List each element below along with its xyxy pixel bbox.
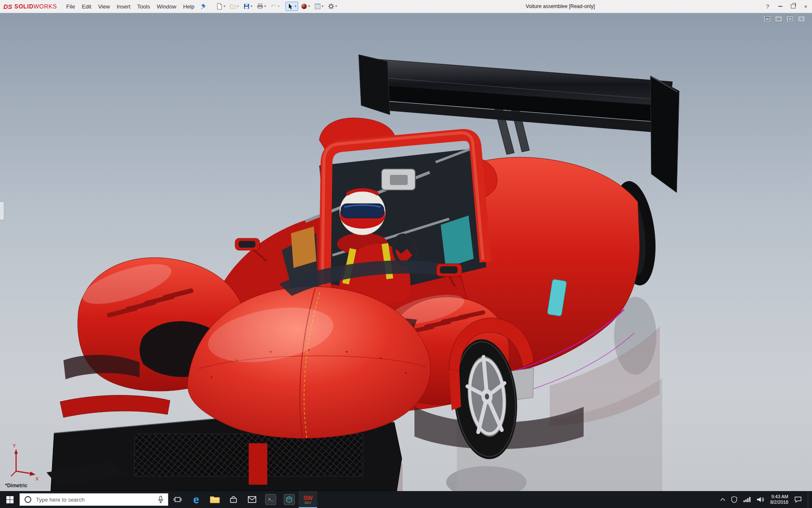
selection-toolbar: ▾ ▾ ▾ ▾ bbox=[285, 2, 339, 11]
graphics-viewport[interactable]: Y X *Dimetric × bbox=[0, 13, 812, 491]
document-window-controls: × bbox=[763, 16, 805, 22]
viewport-canvas[interactable]: Y X bbox=[0, 13, 812, 491]
mail-icon[interactable] bbox=[243, 491, 261, 508]
close-button[interactable]: × bbox=[799, 0, 812, 13]
pin-menu-icon[interactable] bbox=[200, 3, 206, 10]
new-document-icon[interactable]: ▾ bbox=[214, 2, 227, 11]
triad-x-label: X bbox=[36, 476, 39, 481]
tray-chevron-icon[interactable] bbox=[720, 498, 725, 501]
orientation-triad: Y X bbox=[11, 443, 39, 481]
microphone-icon[interactable] bbox=[158, 496, 164, 503]
menu-bar: DS SOLIDWORKS File Edit View Insert Tool… bbox=[0, 0, 812, 13]
terminal-icon[interactable]: >_ bbox=[261, 491, 280, 508]
clock-date: 8/2/2018 bbox=[770, 500, 788, 505]
menu-view[interactable]: View bbox=[95, 0, 113, 13]
help-button[interactable]: ? bbox=[761, 0, 774, 13]
select-arrow-icon[interactable]: ▾ bbox=[285, 2, 298, 11]
panel-flyout-tab[interactable] bbox=[0, 202, 4, 220]
action-center-icon[interactable] bbox=[794, 496, 802, 503]
menu-help[interactable]: Help bbox=[180, 0, 198, 13]
menu-window[interactable]: Window bbox=[154, 0, 180, 13]
system-tray: 9:43 AM 8/2/2018 bbox=[720, 491, 812, 508]
edge-icon[interactable]: e bbox=[187, 491, 206, 508]
brand-text: SOLIDWORKS bbox=[14, 3, 57, 10]
doc-restore-icon[interactable] bbox=[786, 16, 794, 22]
show-desktop-button[interactable] bbox=[808, 491, 810, 508]
menu-insert[interactable]: Insert bbox=[113, 0, 134, 13]
dassault-logo-icon: DS bbox=[3, 3, 12, 10]
file-explorer-icon[interactable] bbox=[206, 491, 224, 508]
doc-minimize-icon[interactable] bbox=[775, 16, 782, 22]
solidworks-logo: DS SOLIDWORKS bbox=[0, 3, 63, 10]
driver-helmet[interactable] bbox=[340, 189, 385, 235]
undo-icon[interactable]: ▾ bbox=[269, 2, 281, 11]
search-input[interactable] bbox=[35, 496, 154, 503]
appearance-sphere-icon[interactable]: ▾ bbox=[299, 2, 312, 11]
restore-button[interactable] bbox=[787, 0, 799, 13]
doc-close-icon[interactable]: × bbox=[798, 16, 805, 22]
menu-edit[interactable]: Edit bbox=[78, 0, 94, 13]
options-gear-icon[interactable]: ▾ bbox=[326, 2, 339, 11]
menu-file[interactable]: File bbox=[63, 0, 79, 13]
3d-viewer-icon[interactable] bbox=[280, 491, 299, 508]
triad-y-label: Y bbox=[13, 443, 16, 448]
standard-toolbar: ▾ ▾ ▾ ▾ ▾ bbox=[214, 2, 281, 11]
volume-icon[interactable] bbox=[757, 496, 764, 503]
task-view-button[interactable] bbox=[168, 491, 187, 508]
print-icon[interactable]: ▾ bbox=[255, 2, 268, 11]
evaluate-sheet-icon[interactable]: ▾ bbox=[313, 2, 325, 11]
start-button[interactable] bbox=[0, 491, 19, 508]
taskbar-clock[interactable]: 9:43 AM 8/2/2018 bbox=[770, 494, 788, 505]
menu-tools[interactable]: Tools bbox=[134, 0, 153, 13]
open-document-icon[interactable]: ▾ bbox=[228, 2, 241, 11]
window-controls: ? × bbox=[761, 0, 812, 13]
network-icon[interactable] bbox=[743, 497, 751, 502]
teal-interior-panel[interactable] bbox=[441, 215, 474, 268]
doc-dock-icon[interactable] bbox=[763, 16, 771, 22]
document-title: Voiture assemblee [Read-only] bbox=[526, 0, 595, 13]
windows-taskbar: e >_ SW2017 9:43 AM 8/2/2018 bbox=[0, 491, 812, 508]
view-orientation-label: *Dimetric bbox=[5, 483, 27, 489]
cortana-icon[interactable] bbox=[24, 496, 32, 503]
orange-interior-panel[interactable] bbox=[291, 226, 316, 268]
solidworks-taskbar-icon[interactable]: SW2017 bbox=[299, 491, 317, 508]
store-icon[interactable] bbox=[224, 491, 243, 508]
taskbar-search[interactable] bbox=[19, 493, 168, 506]
clock-time: 9:43 AM bbox=[770, 494, 788, 500]
minimize-button[interactable] bbox=[774, 0, 787, 13]
shield-icon[interactable] bbox=[731, 496, 737, 503]
main-menu: File Edit View Insert Tools Window Help bbox=[63, 0, 198, 13]
save-icon[interactable]: ▾ bbox=[241, 2, 254, 11]
